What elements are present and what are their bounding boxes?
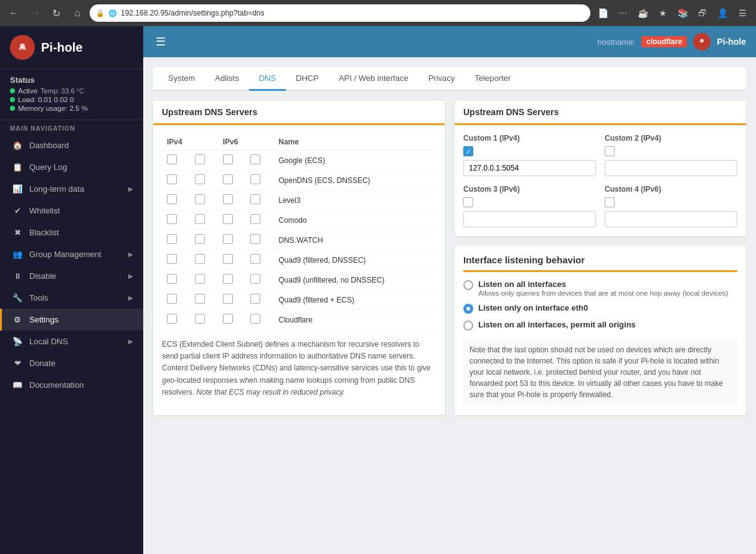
custom-3-input[interactable] [463, 211, 596, 227]
reader-mode-button[interactable]: 📄 [594, 4, 612, 22]
custom-4-input[interactable] [605, 211, 737, 227]
custom-1-checkbox-row: ✓ [463, 146, 596, 156]
sidebar-item-group-management[interactable]: 👥 Group Management ▶ [0, 243, 143, 265]
dns-ipv4-1-checkbox[interactable] [167, 274, 177, 284]
dns-ipv4-2-checkbox[interactable] [195, 234, 205, 244]
star-button[interactable]: ★ [654, 4, 671, 22]
sidebar-item-query-log[interactable]: 📋 Query Log [0, 156, 143, 178]
dns-ipv6-1-checkbox[interactable] [223, 234, 233, 244]
sidebar-item-label-donate: Donate [29, 359, 133, 368]
more-button[interactable]: ⋯ [614, 4, 631, 22]
custom-2-input[interactable] [605, 160, 737, 176]
dns-ipv4-2-checkbox[interactable] [195, 154, 205, 164]
dns-ipv4-2-checkbox[interactable] [195, 194, 205, 204]
dns-ipv6-1-cell [218, 310, 246, 330]
custom-1-checkbox[interactable]: ✓ [463, 146, 473, 156]
radio-all-interfaces[interactable] [463, 280, 473, 290]
forward-button[interactable]: → [26, 4, 44, 22]
dns-ipv4-1-checkbox[interactable] [167, 214, 177, 224]
sidebar-item-dashboard[interactable]: 🏠 Dashboard [0, 134, 143, 156]
menu-button[interactable]: ☰ [734, 4, 751, 22]
dns-ipv6-1-checkbox[interactable] [223, 194, 233, 204]
radio-eth0[interactable] [463, 304, 473, 314]
sidebar-item-blacklist[interactable]: ✖ Blacklist [0, 222, 143, 243]
dns-ipv6-2-checkbox[interactable] [250, 154, 260, 164]
home-button[interactable]: ⌂ [69, 4, 86, 22]
dns-ipv4-2-cell [190, 270, 218, 290]
dns-ipv6-1-checkbox[interactable] [223, 174, 233, 184]
sidebar-item-long-term-data[interactable]: 📊 Long-term data ▶ [0, 178, 143, 200]
dns-ipv6-2-checkbox[interactable] [250, 194, 260, 204]
account-button[interactable]: 👤 [714, 4, 731, 22]
status-load-line: Load: 0.01 0.02 0 [10, 96, 133, 103]
dns-ipv4-2-checkbox[interactable] [195, 274, 205, 284]
dns-ipv4-1-checkbox[interactable] [167, 154, 177, 164]
chevron-icon-tools: ▶ [128, 294, 133, 301]
topbar-right: hostname: cloudflare Pi-hole [597, 33, 746, 50]
query-log-icon: 📋 [12, 162, 23, 172]
dns-ipv6-1-checkbox[interactable] [223, 314, 233, 324]
hamburger-button[interactable]: ☰ [153, 32, 168, 51]
sidebar-item-tools[interactable]: 🔧 Tools ▶ [0, 287, 143, 309]
dns-ipv6-2-checkbox[interactable] [250, 294, 260, 304]
dns-ipv6-2-checkbox[interactable] [250, 214, 260, 224]
sidebar-item-whitelist[interactable]: ✔ Whitelist [0, 200, 143, 222]
library-button[interactable]: 📚 [674, 4, 691, 22]
settings-icon: ⚙ [12, 315, 23, 324]
dns-ipv4-2-checkbox[interactable] [195, 254, 205, 264]
listening-notice: Note that the last option should not be … [463, 338, 737, 406]
tab-adlists[interactable]: Adlists [205, 67, 248, 91]
address-bar[interactable]: 🔒 🌐 192.168.20.95/admin/settings.php?tab… [90, 4, 590, 22]
dns-ipv4-2-checkbox[interactable] [195, 214, 205, 224]
sidebar: Pi-hole Status Active Temp: 33.6 °C Load… [0, 26, 143, 554]
tab-dns[interactable]: DNS [249, 67, 286, 91]
dns-ipv6-2-checkbox[interactable] [250, 174, 260, 184]
sidebar-item-settings[interactable]: ⚙ Settings [0, 309, 143, 331]
radio-option-all-origins[interactable]: Listen on all interfaces, permit all ori… [463, 320, 737, 331]
dns-ipv6-1-checkbox[interactable] [223, 154, 233, 164]
dns-ipv4-1-checkbox[interactable] [167, 314, 177, 324]
sidebar-item-label-long-term-data: Long-term data [29, 184, 122, 194]
tab-dhcp[interactable]: DHCP [286, 67, 329, 91]
dns-ipv4-2-checkbox[interactable] [195, 314, 205, 324]
dns-ipv4-1-checkbox[interactable] [167, 194, 177, 204]
reload-button[interactable]: ↻ [47, 4, 65, 22]
radio-all-origins[interactable] [463, 321, 473, 331]
custom-1-input[interactable] [463, 160, 596, 176]
radio-option-all-interfaces[interactable]: Listen on all interfaces Allows only que… [463, 279, 737, 297]
dns-ipv6-1-checkbox[interactable] [223, 294, 233, 304]
radio-option-eth0[interactable]: Listen only on interface eth0 [463, 303, 737, 314]
pocket-button[interactable]: ☕ [634, 4, 651, 22]
sidebar-header: Pi-hole [0, 26, 143, 69]
tab-teleporter[interactable]: Teleporter [465, 67, 521, 91]
dns-ipv6-2-checkbox[interactable] [250, 234, 260, 244]
dns-ipv6-1-checkbox[interactable] [223, 214, 233, 224]
tab-privacy[interactable]: Privacy [418, 67, 465, 91]
dns-ipv4-2-checkbox[interactable] [195, 174, 205, 184]
back-button[interactable]: ← [5, 4, 22, 22]
dns-ipv4-2-checkbox[interactable] [195, 294, 205, 304]
dns-ipv6-2-checkbox[interactable] [250, 314, 260, 324]
dns-ipv6-2-checkbox[interactable] [250, 254, 260, 264]
dns-ipv6-1-checkbox[interactable] [223, 254, 233, 264]
tab-system[interactable]: System [158, 67, 205, 91]
custom-4-checkbox[interactable] [605, 197, 615, 207]
custom-3-checkbox[interactable] [463, 197, 473, 207]
dns-ipv4-1-checkbox[interactable] [167, 234, 177, 244]
sidebar-item-label-disable: Disable [29, 271, 122, 281]
sidebar-item-disable[interactable]: ⏸ Disable ▶ [0, 265, 143, 287]
tab-api-web[interactable]: API / Web interface [329, 67, 418, 91]
sidebar-logo [10, 35, 35, 60]
custom-2-checkbox[interactable] [605, 146, 615, 156]
sidebar-item-documentation[interactable]: 📖 Documentation [0, 374, 143, 396]
dns-ipv4-1-checkbox[interactable] [167, 174, 177, 184]
sync-button[interactable]: 🗗 [694, 4, 711, 22]
sidebar-item-donate[interactable]: ❤ Donate [0, 352, 143, 374]
dns-ipv6-2-checkbox[interactable] [250, 274, 260, 284]
content-area: System Adlists DNS DHCP API / Web interf… [143, 57, 756, 554]
sidebar-item-local-dns[interactable]: 📡 Local DNS ▶ [0, 331, 143, 352]
dns-ipv4-1-checkbox[interactable] [167, 294, 177, 304]
dns-ipv6-1-checkbox[interactable] [223, 274, 233, 284]
dns-ipv4-1-checkbox[interactable] [167, 254, 177, 264]
dns-ipv4-1-cell [162, 310, 190, 330]
